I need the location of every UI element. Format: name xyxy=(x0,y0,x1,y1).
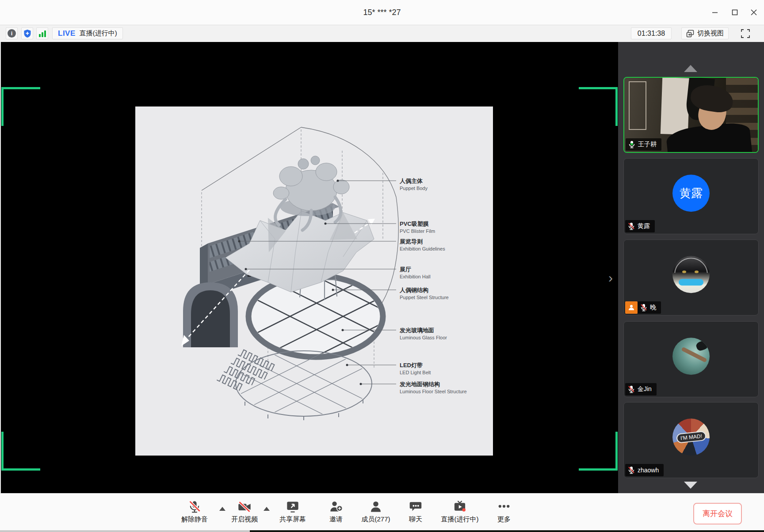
camera-off-icon xyxy=(237,500,252,513)
meeting-window: 15* *** *27 i LIVE xyxy=(0,0,764,532)
close-icon xyxy=(750,9,757,16)
label-zh: 人偶主体 xyxy=(399,178,423,184)
label-en: LED Light Belt xyxy=(400,370,431,375)
participant-name: zhaowh xyxy=(638,467,659,474)
avatar xyxy=(672,338,710,375)
participant-name: 金Jin xyxy=(638,385,652,393)
main-stage: 人偶主体 Puppet Body PVC吸塑膜 PVC Blister Film… xyxy=(0,42,764,493)
network-signal-button[interactable] xyxy=(36,27,48,39)
maximize-button[interactable] xyxy=(725,4,745,21)
diagram-labels: 人偶主体 Puppet Body PVC吸塑膜 PVC Blister Film… xyxy=(399,178,467,394)
label-en: Exhibition Guidelines xyxy=(400,246,445,251)
label-zh: 展厅 xyxy=(399,266,411,273)
shield-icon xyxy=(23,29,31,38)
control-bar: 解除静音 开启视频 共享屏幕 xyxy=(0,493,764,532)
share-screen-icon xyxy=(286,500,299,513)
mic-on-icon xyxy=(628,141,635,148)
participant-tile-wangzigeng[interactable]: 王子耕 xyxy=(623,77,759,153)
participant-name: 黄露 xyxy=(638,222,650,230)
label-en: PVC Blister Film xyxy=(400,228,435,234)
fullscreen-button[interactable] xyxy=(739,27,751,39)
switch-view-button[interactable]: 切换视图 xyxy=(681,27,729,39)
label-zh: 发光玻璃地面 xyxy=(399,327,434,334)
avatar-text: I'M MAD! xyxy=(676,431,707,444)
name-chip: 王子耕 xyxy=(626,138,661,151)
member-badge xyxy=(625,301,638,314)
mic-muted-icon xyxy=(628,385,635,393)
live-status-badge[interactable]: LIVE 直播(进行中) xyxy=(52,27,123,39)
mic-muted-icon xyxy=(628,222,635,230)
more-icon xyxy=(497,500,511,513)
sidebar-collapse-chevron[interactable]: › xyxy=(605,269,616,287)
participant-tile-huanglu[interactable]: 黄露 黄露 xyxy=(623,158,759,234)
leave-meeting-button[interactable]: 离开会议 xyxy=(693,503,742,524)
more-label: 更多 xyxy=(480,515,528,524)
name-chip: zhaowh xyxy=(625,464,664,476)
more-button[interactable]: 更多 xyxy=(480,499,528,524)
name-chip: 晚 xyxy=(638,301,661,314)
timer-value: 01:31:38 xyxy=(638,30,665,38)
taskbar-strip-left xyxy=(0,530,250,532)
person-badge-icon xyxy=(628,304,635,311)
unmute-label: 解除静音 xyxy=(170,515,219,524)
capture-corner-top-left xyxy=(1,87,40,126)
label-en: Luminous Glass Floor xyxy=(400,335,447,340)
capture-corner-bottom-right xyxy=(579,432,618,471)
label-zh: LED灯带 xyxy=(400,362,423,369)
meeting-timer: 01:31:38 xyxy=(631,27,672,39)
capture-corner-top-right xyxy=(579,87,618,126)
start-video-label: 开启视频 xyxy=(220,515,269,524)
name-chip: 黄露 xyxy=(625,220,655,232)
participant-tile-jinjin[interactable]: 金Jin xyxy=(623,321,759,397)
members-icon xyxy=(369,500,382,513)
meeting-info-button[interactable]: i xyxy=(6,27,18,39)
signal-bars-icon xyxy=(38,30,46,38)
avatar: 黄露 xyxy=(672,175,710,212)
live-streaming-label: 直播(进行中) xyxy=(435,515,484,524)
unmute-button[interactable]: 解除静音 xyxy=(170,499,219,524)
participant-name: 王子耕 xyxy=(638,141,657,148)
participant-tile-zhaowh[interactable]: I'M MAD! zhaowh xyxy=(623,402,759,478)
label-en: Puppet Steel Structure xyxy=(400,295,449,300)
switch-view-label: 切换视图 xyxy=(697,29,724,38)
participants-sidebar: 王子耕 黄露 黄露 xyxy=(618,42,764,493)
label-en: Exhibition Hall xyxy=(400,274,431,279)
label-zh: 发光地面钢结构 xyxy=(399,381,440,388)
participant-tile-wan[interactable]: 晚 xyxy=(623,239,759,315)
live-streaming-button[interactable]: 直播(进行中) xyxy=(435,499,484,524)
chat-label: 聊天 xyxy=(391,515,440,524)
label-en: Puppet Body xyxy=(400,186,428,191)
info-icon: i xyxy=(8,29,16,38)
chat-icon xyxy=(409,500,422,513)
mic-muted-icon xyxy=(640,304,647,312)
security-button[interactable] xyxy=(21,27,33,39)
invite-icon xyxy=(329,500,343,513)
label-en: Luminous Floor Steel Structure xyxy=(400,389,467,394)
screen-share-content: 人偶主体 Puppet Body PVC吸塑膜 PVC Blister Film… xyxy=(135,106,493,456)
exhibition-diagram: 人偶主体 Puppet Body PVC吸塑膜 PVC Blister Film… xyxy=(135,106,493,456)
title-bar: 15* *** *27 xyxy=(0,0,764,25)
participant-name: 晚 xyxy=(650,304,656,312)
leave-meeting-label: 离开会议 xyxy=(703,509,733,519)
live-label: LIVE xyxy=(58,29,76,38)
live-status-text: 直播(进行中) xyxy=(80,29,117,38)
window-edge xyxy=(0,42,1,493)
scroll-up-arrow[interactable] xyxy=(684,65,697,72)
scroll-down-arrow[interactable] xyxy=(684,482,697,489)
label-zh: 人偶钢结构 xyxy=(399,287,428,293)
live-tv-icon xyxy=(453,500,466,513)
start-video-button[interactable]: 开启视频 xyxy=(220,499,269,524)
name-chip: 金Jin xyxy=(625,383,657,395)
maximize-icon xyxy=(731,9,738,16)
close-button[interactable] xyxy=(744,4,764,21)
label-zh: PVC吸塑膜 xyxy=(400,220,429,227)
label-zh: 展览导则 xyxy=(399,238,423,245)
share-screen-button[interactable]: 共享屏幕 xyxy=(268,499,317,524)
capture-corner-bottom-left xyxy=(1,432,40,471)
fullscreen-icon xyxy=(741,29,750,38)
minimize-icon xyxy=(711,9,718,16)
chat-button[interactable]: 聊天 xyxy=(391,499,440,524)
mic-muted-icon xyxy=(188,500,201,513)
minimize-button[interactable] xyxy=(705,4,725,21)
avatar xyxy=(672,256,710,293)
